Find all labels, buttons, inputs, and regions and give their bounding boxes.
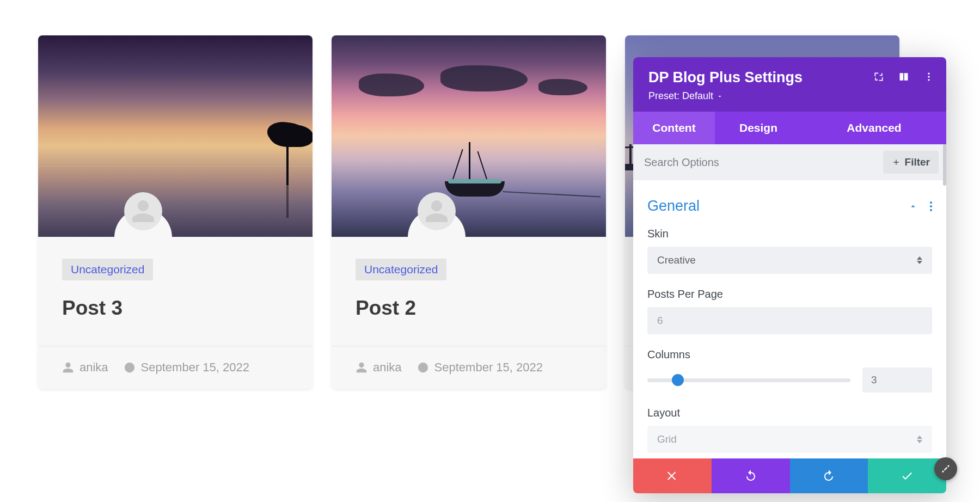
- save-button[interactable]: [868, 458, 946, 493]
- columns-slider[interactable]: [647, 378, 850, 382]
- cancel-button[interactable]: [633, 458, 712, 493]
- undo-button[interactable]: [712, 458, 790, 493]
- field-columns: Columns: [647, 348, 932, 393]
- author-avatar[interactable]: [418, 192, 456, 230]
- posts-per-page-input[interactable]: [647, 307, 932, 334]
- post-title[interactable]: Post 2: [356, 297, 582, 320]
- close-icon: [666, 469, 679, 482]
- skin-label: Skin: [647, 228, 932, 240]
- person-icon: [62, 362, 74, 374]
- date-text: September 15, 2022: [141, 360, 249, 375]
- person-icon: [356, 362, 367, 374]
- tab-content[interactable]: Content: [633, 112, 715, 144]
- post-category-tag[interactable]: Uncategorized: [62, 259, 153, 280]
- svg-point-0: [928, 73, 929, 75]
- undo-icon: [744, 469, 757, 482]
- ppp-label: Posts Per Page: [647, 288, 932, 301]
- kebab-menu-icon[interactable]: [923, 71, 934, 82]
- select-caret-icon: [917, 436, 922, 443]
- svg-point-1: [928, 76, 929, 77]
- preset-dropdown[interactable]: Preset: Default: [648, 90, 723, 102]
- post-author[interactable]: anika: [356, 360, 402, 375]
- post-date: September 15, 2022: [417, 360, 543, 375]
- clock-icon: [417, 362, 429, 374]
- chevron-up-icon[interactable]: [908, 201, 918, 211]
- search-options-input[interactable]: [644, 156, 878, 169]
- redo-button[interactable]: [790, 458, 868, 493]
- plus-icon: [892, 158, 901, 167]
- section-general-header[interactable]: General: [647, 198, 932, 215]
- post-meta: anika September 15, 2022: [332, 346, 606, 389]
- scrollbar-thumb[interactable]: [943, 144, 946, 186]
- layout-select[interactable]: Grid: [647, 426, 932, 453]
- redo-icon: [822, 469, 835, 482]
- resize-handle[interactable]: [934, 457, 957, 480]
- check-icon: [901, 469, 914, 482]
- author-name: anika: [373, 360, 402, 375]
- post-category-tag[interactable]: Uncategorized: [356, 259, 446, 280]
- slider-thumb[interactable]: [672, 374, 684, 386]
- columns-label: Columns: [647, 348, 932, 361]
- author-name: anika: [79, 360, 108, 375]
- blog-card: Uncategorized Post 2 anika September 15,…: [332, 35, 606, 389]
- post-author[interactable]: anika: [62, 360, 108, 375]
- post-image: [38, 35, 313, 237]
- columns-icon[interactable]: [898, 71, 909, 82]
- svg-point-2: [928, 79, 929, 81]
- columns-value-input[interactable]: [862, 368, 932, 393]
- search-row: Filter: [633, 144, 946, 180]
- select-caret-icon: [917, 256, 922, 264]
- filter-button[interactable]: Filter: [883, 151, 939, 174]
- field-layout: Layout Grid: [647, 407, 932, 453]
- layout-label: Layout: [647, 407, 932, 419]
- tab-design[interactable]: Design: [715, 112, 802, 144]
- kebab-menu-icon[interactable]: [930, 201, 932, 211]
- post-meta: anika September 15, 2022: [38, 346, 313, 389]
- chevron-down-icon: [716, 93, 723, 100]
- settings-panel: DP Blog Plus Settings Preset: Default Co…: [633, 57, 946, 493]
- expand-icon[interactable]: [873, 71, 884, 82]
- panel-footer: [633, 458, 946, 493]
- field-posts-per-page: Posts Per Page: [647, 288, 932, 334]
- date-text: September 15, 2022: [434, 360, 543, 375]
- resize-icon: [940, 463, 951, 474]
- tab-advanced[interactable]: Advanced: [802, 112, 946, 144]
- panel-tabs: Content Design Advanced: [633, 112, 946, 144]
- panel-header[interactable]: DP Blog Plus Settings Preset: Default: [633, 57, 946, 112]
- post-image: [332, 35, 606, 237]
- post-date: September 15, 2022: [124, 360, 249, 375]
- author-avatar[interactable]: [124, 192, 162, 230]
- clock-icon: [124, 362, 136, 374]
- blog-card: Uncategorized Post 3 anika September 15,…: [38, 35, 313, 389]
- field-skin: Skin Creative: [647, 228, 932, 274]
- section-title: General: [647, 198, 700, 215]
- post-title[interactable]: Post 3: [62, 297, 289, 320]
- skin-select[interactable]: Creative: [647, 247, 932, 274]
